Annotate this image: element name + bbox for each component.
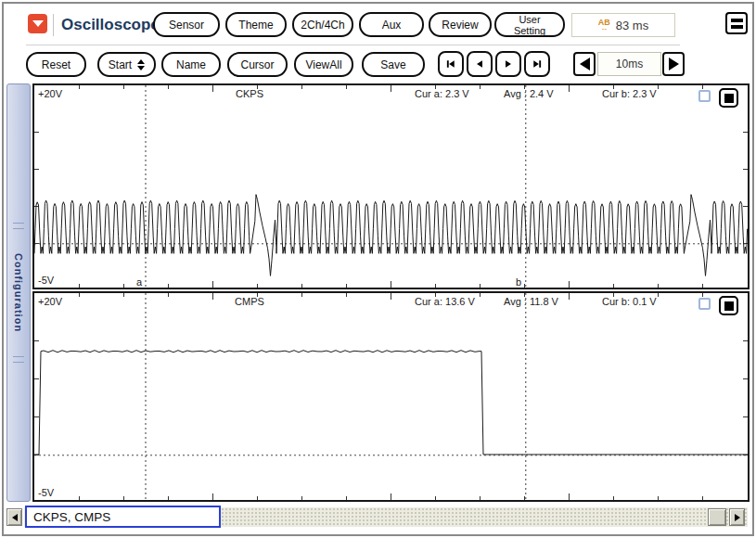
ch2-cursor-b-readout: Cur b: 0.1 V [602, 296, 657, 307]
channel-1-panel: +20V CKPS Cur a: 2.3 V Avg : 2.4 V Cur b… [32, 83, 750, 289]
ch1-avg-readout: Avg : 2.4 V [504, 88, 554, 99]
ch2-color-swatch [724, 301, 734, 311]
viewall-button[interactable]: ViewAll [294, 52, 353, 77]
ch2-vmax-label: +20V [38, 296, 62, 307]
toolbar-separator [26, 45, 680, 45]
ch1-name-label: CKPS [211, 88, 288, 99]
status-badge: CKPS, CMPS [25, 506, 221, 528]
sensor-button[interactable]: Sensor [153, 12, 220, 37]
ch1-cursor-a-letter: a [136, 276, 142, 288]
timebase-decrease-button[interactable] [573, 52, 596, 76]
save-button[interactable]: Save [362, 52, 425, 77]
user-setting-button[interactable]: User Setting [494, 12, 565, 37]
cursor-time-display: AB ↔ 83 ms [571, 13, 675, 37]
start-button[interactable]: Start [97, 52, 156, 77]
next-icon [503, 57, 514, 71]
ch1-color-button[interactable] [719, 88, 738, 108]
reset-button[interactable]: Reset [26, 52, 86, 77]
scroll-right-button[interactable] [729, 508, 745, 526]
oscilloscope-window: Oscilloscope Sensor Theme 2Ch/4Ch Aux Re… [0, 0, 756, 538]
ab-cursor-time-icon: AB ↔ [598, 19, 610, 32]
channel-1-plot-area[interactable] [34, 85, 748, 288]
step-forward-button[interactable] [495, 51, 521, 77]
ch1-cursor-a-readout: Cur a: 2.3 V [415, 88, 469, 99]
menu-icon[interactable] [725, 12, 748, 34]
grip-icon [13, 356, 24, 363]
aux-button[interactable]: Aux [359, 12, 424, 37]
page-title: Oscilloscope [61, 16, 160, 34]
ch2-vmin-label: -5V [38, 487, 54, 498]
channel-2-plot-area[interactable] [34, 293, 748, 500]
cursor-time-value: 83 ms [616, 19, 648, 32]
chevron-down-icon [32, 20, 44, 27]
timebase-value: 10ms [597, 52, 661, 76]
ch1-vmin-label: -5V [38, 275, 54, 286]
name-button[interactable]: Name [161, 52, 221, 77]
grip-icon [13, 223, 24, 229]
left-arrow-icon [580, 58, 590, 70]
channel-mode-button[interactable]: 2Ch/4Ch [292, 12, 353, 37]
previous-icon [474, 57, 485, 71]
skip-start-icon [445, 57, 456, 71]
theme-button[interactable]: Theme [225, 12, 287, 37]
divider [53, 14, 54, 36]
configuration-tab[interactable]: Configuration [6, 83, 31, 502]
channel-2-panel: +20V CMPS Cur a: 13.6 V Avg : 11.8 V Cur… [32, 291, 750, 502]
ch2-avg-readout: Avg : 11.8 V [504, 296, 558, 307]
skip-to-end-button[interactable] [524, 51, 550, 77]
ch2-cursor-a-readout: Cur a: 13.6 V [415, 296, 475, 307]
ch1-color-swatch [724, 94, 734, 103]
scroll-left-button[interactable] [6, 508, 22, 526]
configuration-label: Configuration [13, 253, 24, 332]
ch2-checkbox[interactable] [698, 298, 711, 310]
scrollbar-thumb[interactable] [708, 508, 726, 526]
ch1-cursor-b-letter: b [516, 276, 521, 288]
right-arrow-icon [735, 514, 740, 521]
step-back-button[interactable] [467, 51, 493, 77]
ch1-checkbox[interactable] [698, 90, 711, 102]
ch1-vmax-label: +20V [38, 88, 62, 99]
ch2-color-button[interactable] [719, 296, 738, 315]
start-spinner-icon [137, 59, 145, 70]
app-menu-icon[interactable] [28, 14, 47, 33]
skip-end-icon [532, 57, 543, 71]
right-arrow-icon [669, 58, 679, 70]
cursor-button[interactable]: Cursor [227, 52, 288, 77]
timebase-increase-button[interactable] [662, 52, 685, 76]
left-arrow-icon [12, 514, 18, 521]
review-button[interactable]: Review [429, 12, 492, 37]
skip-to-start-button[interactable] [438, 51, 464, 77]
ch2-name-label: CMPS [211, 296, 288, 307]
ch1-cursor-b-readout: Cur b: 2.3 V [602, 88, 657, 99]
